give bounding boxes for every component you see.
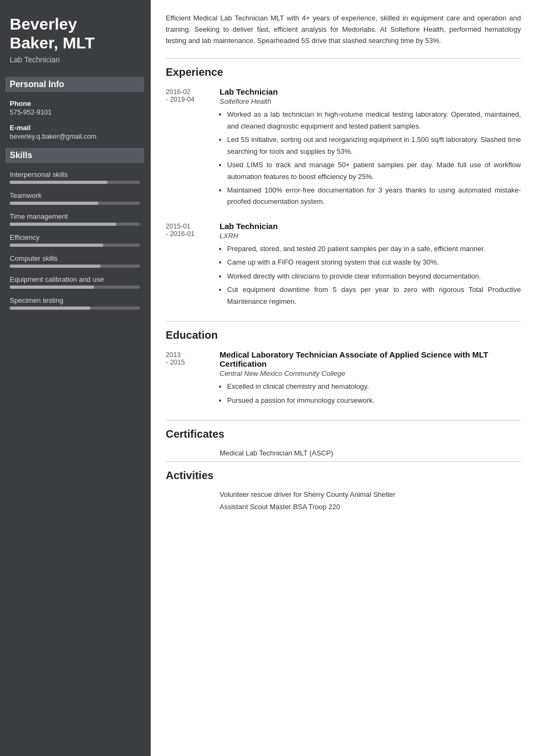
skill-bar-background (10, 202, 140, 205)
skill-bar-background (10, 181, 140, 184)
skill-name: Efficiency (10, 233, 140, 241)
education-date: 2013 - 2015 (166, 350, 220, 408)
skill-bar-background (10, 286, 140, 289)
experience-list: 2016-02 - 2019-04Lab TechnicianSoltefior… (166, 87, 521, 309)
candidate-name: Beverley Baker, MLT (10, 15, 140, 52)
certificates-list: Medical Lab Technician MLT (ASCP) (166, 449, 521, 457)
skills-heading: Skills (5, 148, 144, 163)
skill-bar-fill (10, 223, 116, 226)
experience-content: Lab TechnicianSoltefiore HealthWorked as… (220, 87, 521, 210)
activities-heading: Activities (166, 469, 521, 482)
skill-name: Specimen testing (10, 296, 140, 304)
education-bullets: Excelled in clinical chemistry and hemat… (220, 381, 521, 406)
experience-entry: 2015-01 - 2016-01Lab TechnicianLXRHPrepa… (166, 222, 521, 309)
education-entry: 2013 - 2015Medical Laboratory Technician… (166, 350, 521, 408)
bullet-item: Worked directly with clinicians to provi… (227, 270, 521, 282)
skill-bar-background (10, 244, 140, 247)
skill-name: Interpersonal skills (10, 170, 140, 179)
certificates-heading: Certificates (166, 428, 521, 440)
bullet-item: Worked as a lab technician in high-volum… (227, 109, 521, 132)
skill-bar-fill (10, 306, 90, 310)
bullet-item: Came up with a FIFO reagent storing syst… (227, 256, 521, 268)
divider-education (166, 321, 521, 322)
bullet-item: Maintained 100% error-free documentation… (227, 184, 521, 208)
divider-experience (166, 58, 521, 59)
job-title: Lab Technician (220, 87, 521, 96)
skill-bar-fill (10, 244, 103, 247)
email-label: E-mail (10, 124, 140, 132)
main-content: Efficient Medical Lab Technician MLT wit… (151, 0, 536, 756)
skill-bar-fill (10, 202, 98, 205)
summary-text: Efficient Medical Lab Technician MLT wit… (166, 13, 521, 46)
experience-date: 2016-02 - 2019-04 (166, 87, 220, 210)
skill-name: Teamwork (10, 191, 140, 199)
activities-list: Volunteer rescue driver for Sherry Count… (166, 490, 521, 511)
skill-bar-background (10, 265, 140, 268)
bullet-item: Excelled in clinical chemistry and hemat… (227, 381, 521, 392)
personal-info-heading: Personal Info (5, 77, 144, 92)
divider-activities (166, 461, 521, 462)
degree-title: Medical Laboratory Technician Associate … (220, 350, 521, 368)
activity-item: Volunteer rescue driver for Sherry Count… (166, 490, 521, 498)
experience-content: Lab TechnicianLXRHPrepared, stored, and … (220, 222, 521, 309)
experience-entry: 2016-02 - 2019-04Lab TechnicianSoltefior… (166, 87, 521, 210)
bullet-item: Used LIMS to track and manage 50+ patien… (227, 159, 521, 182)
bullet-item: Led 5S initiative, sorting out and reorg… (227, 134, 521, 157)
experience-date: 2015-01 - 2016-01 (166, 222, 220, 309)
bullet-item: Cut equipment downtime from 5 days per y… (227, 284, 521, 307)
divider-certificates (166, 420, 521, 420)
skill-bar-fill (10, 181, 108, 184)
skill-name: Time management (10, 212, 140, 220)
resume-container: Beverley Baker, MLT Lab Technician Perso… (0, 0, 536, 756)
name-line2: Baker, MLT (10, 34, 95, 52)
skills-list: Interpersonal skillsTeamworkTime managem… (10, 170, 140, 310)
job-bullets: Prepared, stored, and tested 20 patient … (220, 243, 521, 307)
institution-name: Central New Mexico Community College (220, 369, 521, 377)
activity-item: Assistant Scout Master BSA Troop 220 (166, 503, 521, 511)
sidebar: Beverley Baker, MLT Lab Technician Perso… (0, 0, 151, 756)
email-value: beverley.q.baker@gmail.com (10, 133, 140, 140)
education-content: Medical Laboratory Technician Associate … (220, 350, 521, 408)
bullet-item: Prepared, stored, and tested 20 patient … (227, 243, 521, 254)
skill-bar-background (10, 223, 140, 226)
experience-heading: Experience (166, 66, 521, 79)
skill-bar-fill (10, 286, 94, 289)
company-name: LXRH (220, 232, 521, 240)
job-title: Lab Technician (220, 222, 521, 231)
education-heading: Education (166, 329, 521, 341)
skill-bar-background (10, 306, 140, 310)
name-line1: Beverley (10, 15, 77, 33)
certificate-item: Medical Lab Technician MLT (ASCP) (166, 449, 521, 457)
phone-value: 575-952-9101 (10, 109, 140, 116)
phone-label: Phone (10, 99, 140, 108)
skill-name: Equipment calibration and use (10, 275, 140, 283)
education-list: 2013 - 2015Medical Laboratory Technician… (166, 350, 521, 408)
skill-name: Computer skills (10, 254, 140, 262)
skill-bar-fill (10, 265, 101, 268)
company-name: Soltefiore Health (220, 97, 521, 105)
bullet-item: Pursued a passion for immunology coursew… (227, 395, 521, 406)
candidate-title: Lab Technician (10, 55, 140, 64)
job-bullets: Worked as a lab technician in high-volum… (220, 109, 521, 208)
